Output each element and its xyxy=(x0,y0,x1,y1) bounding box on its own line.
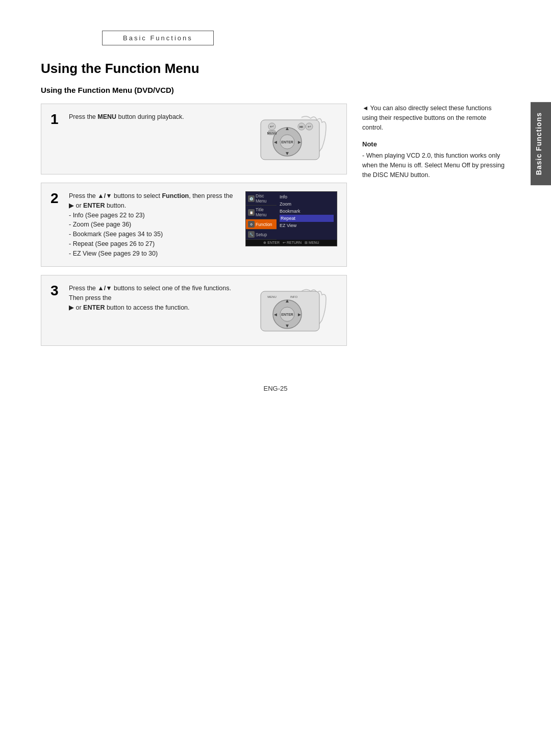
step-1-number: 1 xyxy=(51,112,61,127)
side-tab: Basic Functions xyxy=(531,102,551,185)
main-content: 1 Press the MENU button during playback.… xyxy=(41,104,510,354)
svg-text:MENU: MENU xyxy=(267,132,277,135)
menu-right-bookmark: Bookmark xyxy=(280,208,334,215)
step-2-text: Press the ▲/▼ buttons to select Function… xyxy=(69,191,237,258)
menu-right-repeat: Repeat xyxy=(280,215,334,222)
section-subtitle: Using the Function Menu (DVD/VCD) xyxy=(41,86,510,94)
step-3-text: Press the ▲/▼ buttons to select one of t… xyxy=(69,284,237,312)
step-1-text: Press the MENU button during playback. xyxy=(69,112,237,122)
step-2-number: 2 xyxy=(51,191,61,206)
svg-text:►: ► xyxy=(297,139,302,145)
svg-text:▼: ▼ xyxy=(285,323,290,329)
svg-text:⏭: ⏭ xyxy=(299,124,304,129)
note-box: ◄ You can also directly select these fun… xyxy=(362,104,505,180)
step-2-image: 💿 Disc Menu 📋 Title Menu ⚙ Function xyxy=(245,191,337,246)
menu-item-setup: 🔧 Setup xyxy=(246,230,277,240)
menu-item-function: ⚙ Function xyxy=(246,219,277,230)
svg-text:↩: ↩ xyxy=(308,124,311,129)
side-tab-label: Basic Functions xyxy=(535,112,543,175)
step-1-remote-svg: ↩ ⏭ ↩ ENTER ▲ ▼ ◄ ► xyxy=(251,112,332,166)
svg-text:MENU: MENU xyxy=(267,295,277,298)
svg-text:ENTER: ENTER xyxy=(281,140,293,144)
step-3-box: 3 Press the ▲/▼ buttons to select one of… xyxy=(41,275,347,346)
svg-text:↩: ↩ xyxy=(270,124,274,129)
note-title: Note xyxy=(362,140,505,148)
arrow-text: ◄ You can also directly select these fun… xyxy=(362,104,505,132)
step-2-menu-bottom-bar: ⊕ ENTER ↩ RETURN ⊞ MENU xyxy=(246,240,337,246)
header-banner: Basic Functions xyxy=(102,31,214,45)
step-2-menu-rows: 💿 Disc Menu 📋 Title Menu ⚙ Function xyxy=(246,192,337,240)
page-title: Using the Function Menu xyxy=(41,61,510,77)
page: Basic Functions Using the Function Menu … xyxy=(0,0,551,756)
step-1-image: ↩ ⏭ ↩ ENTER ▲ ▼ ◄ ► xyxy=(245,112,337,166)
function-icon: ⚙ xyxy=(248,221,255,228)
svg-text:◄: ◄ xyxy=(273,139,278,145)
svg-text:INFO: INFO xyxy=(290,295,298,298)
title-icon: 📋 xyxy=(248,209,255,216)
return-hint: ↩ RETURN xyxy=(283,241,302,245)
right-column: ◄ You can also directly select these fun… xyxy=(362,104,505,354)
svg-text:▲: ▲ xyxy=(285,125,290,131)
menu-right-ezview: EZ View xyxy=(280,222,334,229)
step-2-menu-right: Info Zoom Bookmark Repeat EZ View xyxy=(277,192,337,240)
enter-hint: ⊕ ENTER xyxy=(263,241,280,245)
menu-right-info: Info xyxy=(280,193,334,200)
svg-text:◄: ◄ xyxy=(273,312,278,317)
menu-hint: ⊞ MENU xyxy=(305,241,319,245)
page-number: ENG-25 xyxy=(41,385,510,392)
step-1-box: 1 Press the MENU button during playback.… xyxy=(41,104,347,174)
svg-text:►: ► xyxy=(297,312,302,317)
header-banner-text: Basic Functions xyxy=(123,34,193,42)
step-3-number: 3 xyxy=(51,284,61,298)
svg-text:ENTER: ENTER xyxy=(281,313,293,316)
menu-item-disc: 💿 Disc Menu xyxy=(246,192,277,206)
note-text: - When playing VCD 2.0, this function wo… xyxy=(362,151,505,180)
left-column: 1 Press the MENU button during playback.… xyxy=(41,104,347,354)
step-3-image: MENU INFO ENTER ▲ ▼ ◄ ► xyxy=(245,284,337,337)
disc-icon: 💿 xyxy=(248,195,255,202)
svg-text:▼: ▼ xyxy=(285,150,290,156)
menu-item-title: 📋 Title Menu xyxy=(246,206,277,219)
step-3-remote-svg: MENU INFO ENTER ▲ ▼ ◄ ► xyxy=(251,284,332,337)
step-2-menu-left: 💿 Disc Menu 📋 Title Menu ⚙ Function xyxy=(246,192,277,240)
menu-right-zoom: Zoom xyxy=(280,200,334,208)
step-2-menu-screenshot: 💿 Disc Menu 📋 Title Menu ⚙ Function xyxy=(245,191,337,246)
step-2-box: 2 Press the ▲/▼ buttons to select Functi… xyxy=(41,183,347,267)
svg-text:▲: ▲ xyxy=(285,298,290,304)
setup-icon: 🔧 xyxy=(248,231,255,238)
